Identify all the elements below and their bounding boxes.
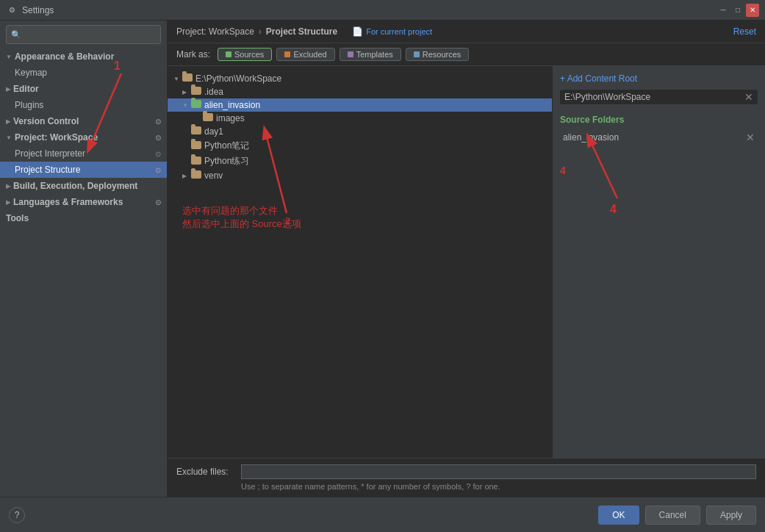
tree-item-label: alien_invasion <box>204 100 260 110</box>
sidebar-item-keymap[interactable]: Keymap <box>0 65 167 81</box>
lang-icon: ⊙ <box>155 198 161 206</box>
title-bar: ⚙ Settings ─ □ ✕ <box>0 0 765 21</box>
folder-icon <box>182 73 193 84</box>
expand-arrow: ▼ <box>6 134 12 141</box>
breadcrumb-separator: › <box>259 26 262 37</box>
tree-alien-invasion[interactable]: ▼ alien_invasion <box>168 98 552 112</box>
main-container: 🔍 ▼ Appearance & Behavior Keymap ▶ Edito… <box>0 21 765 497</box>
tree-item-label: Python笔记 <box>204 140 249 152</box>
folder-shape <box>191 141 201 149</box>
templates-label: Templates <box>356 50 393 59</box>
content-root-path: E:\Python\WorkSpace ✕ <box>560 90 758 104</box>
folder-shape <box>191 170 201 179</box>
reset-button[interactable]: Reset <box>733 26 756 37</box>
cancel-button[interactable]: Cancel <box>645 506 700 525</box>
folder-icon <box>191 87 201 97</box>
templates-button[interactable]: Templates <box>340 48 401 61</box>
sidebar-item-project-structure[interactable]: Project Structure ⊙ <box>0 162 167 178</box>
expand-arrow: ▶ <box>6 118 10 125</box>
for-current-project-link[interactable]: For current project <box>366 27 432 36</box>
app-icon: ⚙ <box>6 4 18 16</box>
expand-arrow: ▼ <box>173 76 182 82</box>
tree-python-notes[interactable]: Python笔记 <box>168 138 552 154</box>
sidebar-item-project[interactable]: ▼ Project: WorkSpace ⊙ <box>0 129 167 145</box>
sidebar-item-label: Build, Execution, Deployment <box>13 181 137 191</box>
content-area: Project: WorkSpace › Project Structure 📄… <box>168 21 765 497</box>
content-root-path-text: E:\Python\WorkSpace <box>564 92 650 102</box>
expand-arrow: ▼ <box>182 102 191 109</box>
sidebar-item-label: Languages & Frameworks <box>13 197 123 207</box>
split-content: ▼ E:\Python\WorkSpace ▶ .idea ▼ <box>168 66 765 458</box>
sidebar-item-label: Project: WorkSpace <box>15 132 98 143</box>
sidebar-item-version-control[interactable]: ▶ Version Control ⊙ <box>0 113 167 129</box>
sidebar-item-editor[interactable]: ▶ Editor <box>0 81 167 97</box>
exclude-row: Exclude files: <box>176 464 756 479</box>
sources-button[interactable]: Sources <box>218 48 272 61</box>
folder-icon <box>191 170 201 181</box>
folder-shape <box>182 73 193 82</box>
folder-icon <box>191 141 201 151</box>
folder-icon <box>191 126 201 137</box>
tree-images[interactable]: images <box>168 112 552 125</box>
source-folders-label: Source Folders <box>560 115 758 125</box>
breadcrumb-icon: 📄 <box>352 26 363 37</box>
minimize-button[interactable]: ─ <box>716 4 730 17</box>
sidebar-item-plugins[interactable]: Plugins <box>0 97 167 113</box>
expand-arrow: ▶ <box>6 183 10 190</box>
ok-button[interactable]: OK <box>598 506 639 525</box>
folder-shape-green <box>191 100 201 108</box>
file-tree[interactable]: ▼ E:\Python\WorkSpace ▶ .idea ▼ <box>168 66 552 458</box>
tree-item-label: day1 <box>204 126 223 137</box>
exclude-input[interactable] <box>241 464 756 479</box>
source-folder-name: alien_invasion <box>563 132 619 143</box>
close-button[interactable]: ✕ <box>746 4 759 17</box>
resources-button[interactable]: Resources <box>406 48 470 61</box>
folder-shape <box>191 157 201 165</box>
sidebar-item-languages[interactable]: ▶ Languages & Frameworks ⊙ <box>0 194 167 210</box>
excluded-button[interactable]: Excluded <box>276 48 334 61</box>
search-box[interactable]: 🔍 <box>6 25 161 44</box>
expand-arrow: ▶ <box>182 89 191 96</box>
breadcrumb-current: Project Structure <box>266 26 337 37</box>
source-folder-item: alien_invasion ✕ <box>560 131 758 144</box>
remove-source-folder-button[interactable]: ✕ <box>746 132 755 143</box>
tree-venv[interactable]: ▶ venv <box>168 169 552 182</box>
tree-item-label: .idea <box>204 87 223 97</box>
remove-content-root-button[interactable]: ✕ <box>744 92 753 102</box>
expand-arrow: ▶ <box>6 199 10 206</box>
maximize-button[interactable]: □ <box>731 4 744 17</box>
mark-as-label: Mark as: <box>176 49 210 60</box>
sidebar: 🔍 ▼ Appearance & Behavior Keymap ▶ Edito… <box>0 21 168 497</box>
expand-arrow: ▼ <box>6 54 12 60</box>
folder-icon <box>191 157 201 167</box>
folder-icon <box>203 113 213 123</box>
add-content-root-button[interactable]: + Add Content Root <box>560 73 758 84</box>
sidebar-item-label: Tools <box>6 213 29 223</box>
tree-idea[interactable]: ▶ .idea <box>168 85 552 98</box>
sidebar-item-appearance[interactable]: ▼ Appearance & Behavior <box>0 48 167 65</box>
tree-item-label: Python练习 <box>204 155 249 168</box>
exclude-label: Exclude files: <box>176 467 235 477</box>
tree-python-practice[interactable]: Python练习 <box>168 154 552 169</box>
folder-shape <box>203 113 213 121</box>
apply-button[interactable]: Apply <box>706 506 756 525</box>
mark-as-bar: Mark as: Sources Excluded Templates Reso… <box>168 43 765 66</box>
help-button[interactable]: ? <box>9 507 25 523</box>
tree-day1[interactable]: day1 <box>168 125 552 138</box>
tree-item-label: E:\Python\WorkSpace <box>195 73 281 84</box>
sidebar-item-tools[interactable]: Tools <box>0 210 167 226</box>
excluded-label: Excluded <box>293 50 326 59</box>
project-icon: ⊙ <box>155 134 161 142</box>
folder-icon <box>191 100 201 110</box>
sidebar-item-project-interpreter[interactable]: Project Interpreter ⊙ <box>0 145 167 162</box>
sidebar-item-label: Project Structure <box>15 165 80 175</box>
content-header: Project: WorkSpace › Project Structure 📄… <box>168 21 765 43</box>
breadcrumb-project: Project: WorkSpace <box>176 26 254 37</box>
tree-item-label: venv <box>204 170 223 181</box>
tree-root[interactable]: ▼ E:\Python\WorkSpace <box>168 72 552 85</box>
sidebar-item-build[interactable]: ▶ Build, Execution, Deployment <box>0 178 167 194</box>
sidebar-item-label: Plugins <box>15 100 43 110</box>
excluded-dot <box>284 51 290 57</box>
interpreter-icon: ⊙ <box>155 150 161 158</box>
search-input[interactable] <box>24 29 156 40</box>
